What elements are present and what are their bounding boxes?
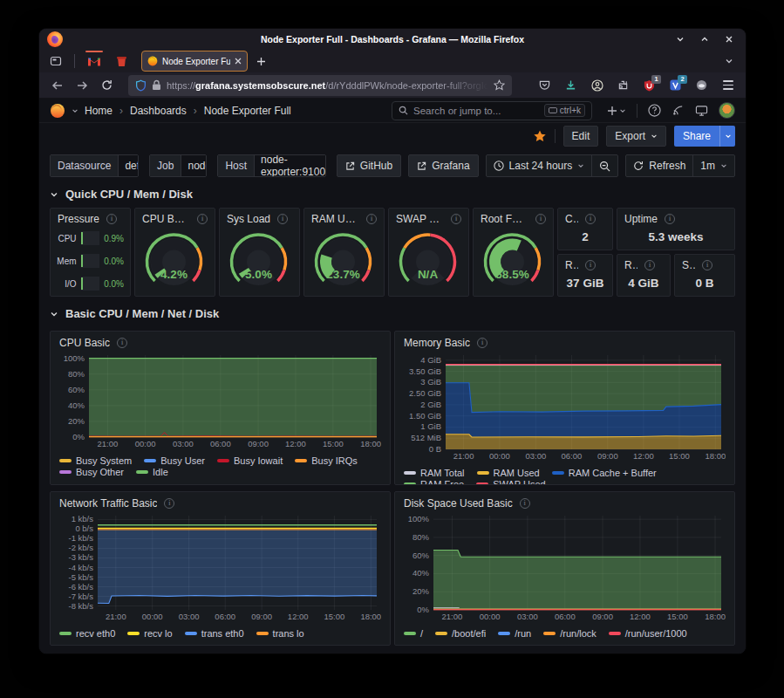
panel-title[interactable]: RootFS Total [565, 259, 578, 271]
panel-title[interactable]: Disk Space Used Basic [404, 497, 513, 510]
extension-puzzle-icon[interactable] [612, 75, 634, 96]
grafana-link-button[interactable]: Grafana [408, 154, 478, 177]
blue-extension-icon[interactable]: 2 [665, 75, 686, 96]
panel-title[interactable]: Sys Load [227, 213, 270, 225]
user-avatar[interactable] [719, 102, 735, 119]
list-all-tabs-button[interactable] [718, 51, 740, 71]
info-icon[interactable]: i [277, 214, 288, 224]
job-select[interactable]: node [181, 155, 207, 176]
panel-title[interactable]: SWAP Used [396, 213, 444, 225]
panel-title[interactable]: Network Traffic Basic [59, 497, 157, 510]
info-icon[interactable]: i [366, 214, 377, 224]
bookmark-star-icon[interactable] [494, 79, 505, 91]
panel-title[interactable]: CPU Basic [59, 337, 110, 349]
legend-item[interactable]: RAM Total [404, 468, 465, 478]
info-icon[interactable]: i [520, 498, 530, 509]
info-icon[interactable]: i [535, 214, 546, 224]
legend-item[interactable]: RAM Used [477, 468, 540, 478]
legend-item[interactable]: recv lo [127, 628, 172, 639]
legend-item[interactable]: Busy User [144, 455, 205, 466]
minimize-button[interactable] [671, 31, 690, 48]
favorite-star-icon[interactable] [533, 129, 547, 143]
info-icon[interactable]: i [197, 214, 208, 224]
legend-item[interactable]: Busy System [59, 455, 132, 466]
edit-button[interactable]: Edit [563, 126, 599, 147]
pinned-tab-red[interactable] [109, 51, 133, 72]
legend-item[interactable]: /run [498, 628, 531, 639]
pinned-tab-gmail[interactable] [82, 51, 106, 72]
datasource-select[interactable]: default [118, 155, 139, 176]
close-window-button[interactable] [719, 31, 739, 48]
time-range-picker[interactable]: Last 24 hours [487, 155, 592, 176]
github-link-button[interactable]: GitHub [337, 154, 401, 177]
legend-item[interactable]: Idle [136, 467, 168, 477]
refresh-interval-select[interactable]: 1m [693, 155, 734, 176]
legend-item[interactable]: Busy IRQs [295, 455, 358, 466]
legend-item[interactable]: /run/lock [543, 628, 597, 639]
share-menu-chevron[interactable] [719, 126, 735, 147]
legend-item[interactable]: SWAP Used [476, 479, 546, 485]
account-icon[interactable] [586, 75, 608, 96]
info-icon[interactable]: i [702, 260, 712, 270]
legend-item[interactable]: RAM Cache + Buffer [552, 468, 657, 478]
memory-plot[interactable]: 0 B512 MiB1 GiB1.50 GiB2 GiB2.50 GiB3 Gi… [404, 352, 726, 462]
search-input[interactable]: Search or jump to... ctrl+k [392, 101, 592, 120]
firefox-view-button[interactable] [44, 51, 67, 71]
tab-node-exporter-full[interactable]: Node Exporter Full - Dashbo [141, 51, 248, 72]
panel-title[interactable]: RAM Used [311, 213, 359, 225]
disk-space-chart[interactable]: 0%20%40%60%80%100%21:0000:0003:0006:0009… [404, 512, 726, 626]
memory-basic-chart[interactable]: 0 B512 MiB1 GiB1.50 GiB2 GiB2.50 GiB3 Gi… [404, 352, 726, 466]
grafana-logo-icon[interactable] [50, 103, 65, 119]
pocket-icon[interactable] [534, 75, 556, 96]
legend-item[interactable]: RAM Free [404, 479, 464, 485]
news-rss-icon[interactable] [672, 104, 685, 117]
new-tab-button[interactable] [250, 51, 271, 71]
legend-item[interactable]: trans lo [256, 628, 304, 639]
forward-button[interactable] [71, 75, 93, 96]
gray-extension-icon[interactable] [691, 75, 712, 96]
add-new-button[interactable] [607, 106, 626, 116]
legend-item[interactable]: trans eth0 [185, 628, 244, 639]
info-icon[interactable]: i [451, 214, 461, 224]
info-icon[interactable]: i [585, 260, 596, 270]
export-button[interactable]: Export [606, 126, 666, 147]
zoom-out-button[interactable] [592, 155, 617, 176]
ublock-extension-icon[interactable]: 1 [638, 75, 660, 96]
breadcrumb-home[interactable]: Home [85, 105, 112, 117]
info-icon[interactable]: i [644, 260, 655, 270]
host-select[interactable]: node-exporter:9100 [254, 155, 326, 176]
info-icon[interactable]: i [585, 214, 596, 224]
panel-title[interactable]: CPU Busy [142, 213, 190, 225]
panel-title[interactable]: Root FS Used [481, 213, 528, 225]
panel-title[interactable]: CPU Cores [565, 213, 578, 225]
info-icon[interactable]: i [665, 214, 675, 224]
reload-button[interactable] [95, 75, 118, 96]
legend-item[interactable]: /run/user/1000 [609, 628, 687, 639]
downloads-icon[interactable] [560, 75, 582, 96]
info-icon[interactable]: i [477, 338, 487, 348]
url-bar[interactable]: https://grafana.systemsobscure.net/d/rYd… [128, 75, 512, 96]
legend-item[interactable]: /boot/efi [435, 628, 486, 639]
tab-close-icon[interactable] [235, 58, 242, 65]
share-button[interactable]: Share [674, 126, 719, 147]
section-quick-cpu-mem-disk[interactable]: Quick CPU / Mem / Disk [39, 180, 746, 205]
section-basic-cpu-mem-net-disk[interactable]: Basic CPU / Mem / Net / Disk [39, 297, 746, 325]
maximize-button[interactable] [695, 31, 714, 48]
panel-title[interactable]: Pressure [58, 213, 99, 225]
panel-title[interactable]: Uptime [624, 213, 658, 225]
info-icon[interactable]: i [117, 338, 127, 348]
legend-item[interactable]: recv eth0 [59, 628, 115, 639]
cpu-basic-chart[interactable]: 0%20%40%60%80%100%21:0000:0003:0006:0009… [59, 352, 381, 454]
breadcrumb-dashboards[interactable]: Dashboards [130, 105, 187, 117]
panel-title[interactable]: SWAP Total [682, 259, 695, 271]
cpu-plot[interactable]: 0%20%40%60%80%100%21:0000:0003:0006:0009… [59, 352, 381, 450]
legend-item[interactable]: Busy Other [59, 467, 124, 477]
network-traffic-chart[interactable]: 1 kb/s0 b/s-1 kb/s-2 kb/s-3 kb/s-4 kb/s-… [59, 512, 381, 626]
panel-title[interactable]: RAM Total [624, 259, 637, 271]
help-icon[interactable] [648, 104, 661, 117]
kiosk-monitor-icon[interactable] [695, 105, 708, 117]
network-plot[interactable]: 1 kb/s0 b/s-1 kb/s-2 kb/s-3 kb/s-4 kb/s-… [59, 512, 381, 623]
legend-item[interactable]: Busy Iowait [217, 455, 283, 466]
org-switcher-chevron-icon[interactable] [72, 107, 78, 114]
tracking-protection-shield-icon[interactable] [135, 79, 147, 92]
